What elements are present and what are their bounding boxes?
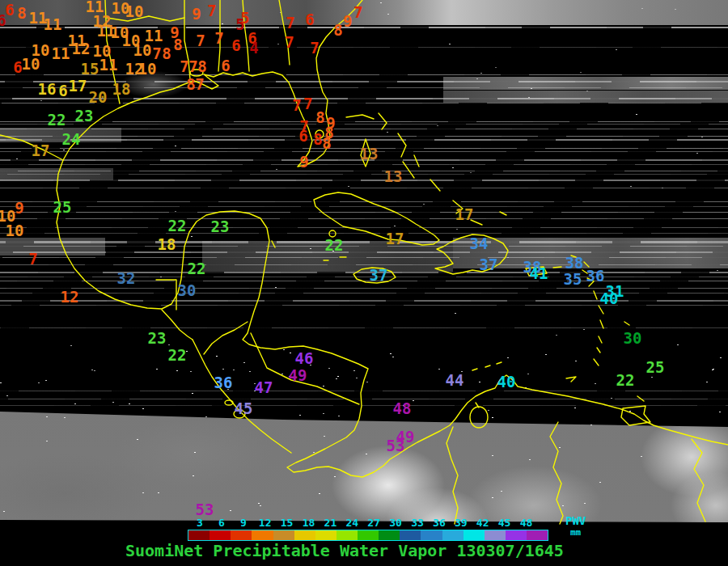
colorbar-segment — [188, 530, 210, 540]
pwv-tick-label: 21 — [324, 517, 337, 529]
station-value: 8 — [197, 59, 206, 74]
station-value: 10 — [125, 4, 144, 19]
station-value: 8 — [162, 46, 171, 61]
inland-border — [692, 439, 705, 522]
station-value: 23 — [211, 219, 230, 234]
station-value: 18 — [158, 237, 176, 252]
station-value: 24 — [62, 132, 81, 147]
station-value: 47 — [255, 380, 273, 395]
station-value: 8 — [315, 110, 324, 125]
station-value: 10 — [133, 43, 152, 58]
colorbar-segment — [379, 530, 400, 540]
station-value: 53 — [387, 438, 405, 454]
pwv-tick-label: 18 — [303, 517, 315, 529]
lake-managua — [225, 400, 233, 405]
station-value: 15 — [81, 61, 99, 77]
station-value: 25 — [53, 200, 72, 215]
station-value: 22 — [48, 112, 66, 128]
colorbar-segment — [421, 530, 442, 540]
inland-border — [162, 310, 193, 340]
station-value: 7 — [286, 15, 294, 31]
station-value: 6 — [305, 12, 314, 27]
colorbar-segment — [336, 530, 358, 540]
lake-maracaibo-body — [470, 407, 488, 428]
state-border — [107, 16, 184, 21]
pwv-tick-label: 24 — [345, 517, 358, 529]
station-value: 20 — [89, 90, 108, 105]
station-value: 36 — [586, 268, 605, 284]
station-value: 40 — [600, 291, 619, 306]
station-value: 7 — [303, 96, 312, 112]
station-value: 6 — [5, 2, 14, 18]
station-value: 7 — [207, 3, 216, 19]
colorbar-segment — [400, 530, 421, 540]
pwv-colorbar — [188, 530, 548, 541]
colorbar-segment — [358, 530, 379, 540]
station-value: 30 — [624, 331, 642, 346]
station-value: 44 — [446, 373, 464, 388]
station-value: 7 — [353, 5, 362, 20]
map-title: SuomiNet Precipitable Water Vapor 130307… — [125, 541, 564, 560]
station-value: 6 — [298, 129, 307, 144]
station-value: 22 — [188, 261, 206, 277]
station-value: 32 — [117, 271, 136, 286]
station-value: 12 — [72, 41, 91, 57]
station-value: 5 — [240, 11, 249, 26]
inland-border — [550, 422, 563, 524]
cayman-islands — [324, 257, 346, 260]
station-value: 11 — [99, 57, 118, 73]
station-value: 30 — [178, 283, 197, 298]
station-value: 46 — [295, 351, 314, 366]
station-value: 17 — [32, 143, 50, 158]
inland-border — [204, 322, 248, 354]
station-value: 34 — [470, 236, 489, 251]
colorbar-segment — [315, 530, 336, 540]
bahamas-islands — [346, 113, 506, 225]
colorbar-segment — [506, 530, 527, 540]
pwv-tick-label: 45 — [498, 517, 511, 529]
station-value: 38 — [565, 256, 584, 271]
station-value: 7 — [214, 31, 223, 46]
station-value: 36 — [214, 375, 233, 391]
station-value: 7 — [152, 46, 161, 61]
colorbar-segment — [527, 530, 548, 540]
station-value: 7 — [196, 33, 205, 49]
colorbar-segment — [463, 530, 485, 540]
station-value: 37 — [480, 257, 498, 272]
station-value: 41 — [530, 266, 548, 281]
station-value: 37 — [370, 268, 388, 283]
station-value: 6 — [221, 58, 230, 74]
station-value: 8 — [333, 23, 342, 38]
station-value: 35 — [564, 272, 582, 287]
pwv-tick-label: 36 — [433, 517, 446, 529]
station-value: 6 — [0, 13, 6, 28]
station-value: 25 — [646, 360, 665, 375]
station-value: 7 — [28, 251, 37, 267]
station-value: 10 — [138, 61, 157, 77]
pwv-tick-label: 33 — [411, 517, 424, 529]
station-value: 22 — [616, 373, 635, 388]
station-value: 17 — [69, 78, 87, 94]
station-value: 40 — [497, 374, 516, 390]
station-value: 7 — [292, 98, 301, 113]
colorbar-segment — [294, 530, 315, 540]
station-value: 23 — [148, 331, 167, 346]
station-value: 22 — [325, 238, 344, 253]
station-value: 7 — [180, 59, 188, 74]
station-value: 7 — [310, 40, 319, 56]
colorbar-segment — [273, 530, 294, 540]
station-value: 11 — [52, 46, 70, 61]
station-value: 8 — [313, 132, 322, 147]
station-value: 6 — [231, 38, 240, 53]
station-value: 8 — [17, 6, 26, 21]
station-value: 23 — [75, 108, 94, 124]
pwv-tick-label: 30 — [389, 517, 402, 529]
station-value: 8 — [186, 77, 195, 92]
station-value: 9 — [15, 201, 23, 216]
station-value: 22 — [168, 218, 187, 234]
colorbar-segment — [442, 530, 463, 540]
station-value: 18 — [112, 82, 131, 97]
station-value: 22 — [168, 348, 187, 363]
station-value: 13 — [384, 169, 403, 184]
station-value: 49 — [289, 368, 307, 383]
